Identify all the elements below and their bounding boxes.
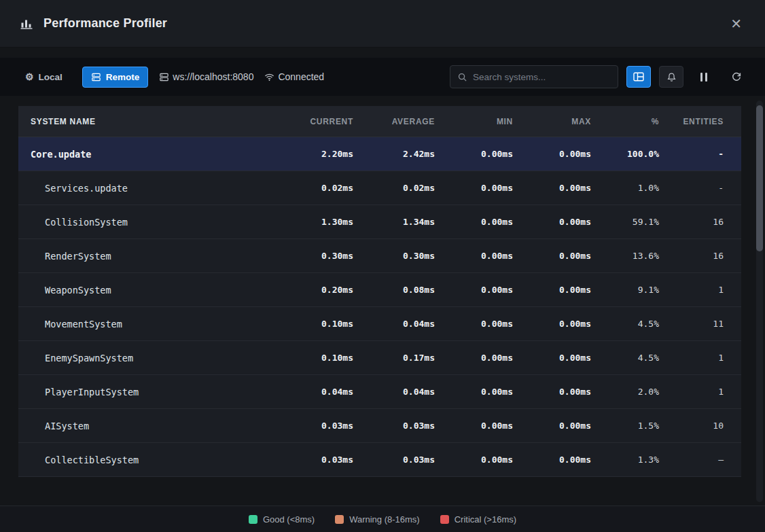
current-cell: 2.20ms [272,149,353,159]
average-cell: 0.08ms [353,285,435,295]
max-cell: 0.00ms [513,353,591,363]
percent-cell: 4.5% [591,319,659,329]
entities-cell: 16 [659,217,741,227]
current-cell: 0.03ms [272,421,353,431]
table-row[interactable]: PlayerInputSystem 0.04ms 0.04ms 0.00ms 0… [18,375,741,409]
current-cell: 0.20ms [272,285,353,295]
max-cell: 0.00ms [513,251,591,261]
page-title: Performance Profiler [43,16,167,31]
performance-profiler-window: Performance Profiler ✕ ⚙ Local Remote [0,0,765,532]
current-cell: 0.03ms [272,455,353,465]
max-cell: 0.00ms [513,183,591,193]
min-cell: 0.00ms [435,353,513,363]
server-icon [91,72,101,82]
average-cell: 0.03ms [353,455,435,465]
refresh-button[interactable] [724,66,749,88]
remote-mode-button[interactable]: Remote [82,67,149,88]
table-row[interactable]: WeaponSystem 0.20ms 0.08ms 0.00ms 0.00ms… [18,273,741,307]
system-name-cell: CollisionSystem [18,217,272,228]
header-current[interactable]: CURRENT [272,117,353,126]
refresh-icon [731,71,742,82]
min-cell: 0.00ms [435,387,513,397]
max-cell: 0.00ms [513,149,591,159]
table-view-button[interactable] [626,66,651,88]
entities-cell: - [659,149,741,159]
connection-status-text: Connected [278,71,324,82]
notifications-button[interactable] [659,66,683,88]
legend-label: Critical (>16ms) [455,514,516,525]
search-input[interactable] [473,72,611,82]
scrollbar-thumb[interactable] [756,105,763,251]
entities-cell: – [659,455,741,465]
percent-cell: 1.0% [591,183,659,193]
average-cell: 0.30ms [353,251,435,261]
table-row[interactable]: CollectibleSystem 0.03ms 0.03ms 0.00ms 0… [18,443,741,477]
current-cell: 0.10ms [272,353,353,363]
current-cell: 0.30ms [272,251,353,261]
percent-cell: 59.1% [591,217,659,227]
scrollbar-track[interactable] [756,101,763,502]
min-cell: 0.00ms [435,149,513,159]
table-row[interactable]: MovementSystem 0.10ms 0.04ms 0.00ms 0.00… [18,307,741,341]
search-box [450,65,618,88]
table-header-row: SYSTEM NAME CURRENT AVERAGE MIN MAX % EN… [18,106,741,137]
table-row[interactable]: EnemySpawnSystem 0.10ms 0.17ms 0.00ms 0.… [18,341,741,375]
max-cell: 0.00ms [513,217,591,227]
system-name-cell: AISystem [18,421,272,431]
system-name-cell: EnemySpawnSystem [18,353,272,363]
bell-icon [666,72,677,82]
titlebar: Performance Profiler ✕ [0,0,765,48]
wifi-icon [264,73,274,82]
connection-status: Connected [264,71,324,82]
table-row[interactable]: Services.update 0.02ms 0.02ms 0.00ms 0.0… [18,171,741,205]
percent-cell: 4.5% [591,353,659,363]
entities-cell: - [659,183,741,193]
pause-button[interactable] [692,66,716,88]
current-cell: 0.04ms [272,387,353,397]
close-button[interactable]: ✕ [728,14,745,33]
system-name-cell: WeaponSystem [18,285,272,296]
average-cell: 0.17ms [353,353,435,363]
bar-chart-icon [19,17,34,31]
current-cell: 0.10ms [272,319,353,329]
entities-cell: 11 [659,319,741,329]
max-cell: 0.00ms [513,319,591,329]
header-system-name[interactable]: SYSTEM NAME [18,117,272,126]
table-row[interactable]: CollisionSystem 1.30ms 1.34ms 0.00ms 0.0… [18,205,741,239]
legend-swatch [249,515,257,524]
percent-cell: 1.5% [591,421,659,431]
header-entities[interactable]: ENTITIES [659,117,741,126]
table-row[interactable]: Core.update 2.20ms 2.42ms 0.00ms 0.00ms … [18,137,741,171]
header-average[interactable]: AVERAGE [353,117,435,126]
percent-cell: 1.3% [591,455,659,465]
legend-item: Warning (8-16ms) [335,514,420,525]
legend-item: Good (<8ms) [249,514,315,525]
local-mode-label: Local [39,72,63,82]
max-cell: 0.00ms [513,455,591,465]
table-row[interactable]: RenderSystem 0.30ms 0.30ms 0.00ms 0.00ms… [18,239,741,273]
legend-label: Warning (8-16ms) [349,514,420,525]
legend-label: Good (<8ms) [263,514,315,525]
max-cell: 0.00ms [513,387,591,397]
entities-cell: 1 [659,387,741,397]
max-cell: 0.00ms [513,421,591,431]
remote-mode-label: Remote [106,72,140,82]
min-cell: 0.00ms [435,251,513,261]
toolbar: ⚙ Local Remote [0,58,765,96]
system-name-cell: Services.update [18,183,272,194]
average-cell: 0.02ms [353,183,435,193]
table-row[interactable]: AISystem 0.03ms 0.03ms 0.00ms 0.00ms 1.5… [18,409,741,443]
header-max[interactable]: MAX [513,117,591,126]
system-name-cell: CollectibleSystem [18,455,272,465]
header-percent[interactable]: % [591,117,659,126]
entities-cell: 16 [659,251,741,261]
header-min[interactable]: MIN [435,117,513,126]
average-cell: 0.03ms [353,421,435,431]
min-cell: 0.00ms [435,455,513,465]
min-cell: 0.00ms [435,319,513,329]
table-body: Core.update 2.20ms 2.42ms 0.00ms 0.00ms … [18,137,741,477]
average-cell: 2.42ms [353,149,435,159]
local-mode-button[interactable]: ⚙ Local [16,67,71,88]
entities-cell: 1 [659,353,741,363]
average-cell: 1.34ms [353,217,435,227]
